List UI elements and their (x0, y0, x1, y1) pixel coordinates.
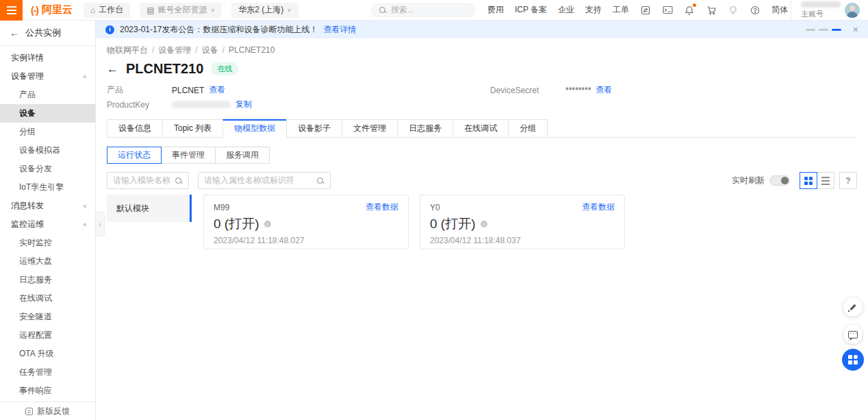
sidebar-item[interactable]: 设备 (0, 104, 95, 123)
help-icon[interactable] (750, 5, 761, 16)
pager-dash[interactable] (806, 29, 815, 31)
sidebar-item[interactable]: 实时监控 (0, 234, 95, 252)
app-switch-icon[interactable] (640, 5, 651, 16)
sidebar-item[interactable]: 设备模拟器 (0, 141, 95, 160)
grid-view-button[interactable] (800, 172, 817, 189)
bell-icon[interactable] (684, 5, 695, 16)
subtabs: 运行状态事件管理服务调用 (107, 147, 857, 164)
tab[interactable]: 分组 (508, 119, 548, 138)
tab[interactable]: 文件管理 (342, 119, 398, 138)
avatar[interactable] (845, 3, 860, 18)
module-search-placeholder: 请输入模块名称 (113, 175, 170, 186)
search-placeholder: 搜索... (391, 4, 414, 16)
pager-dash[interactable] (832, 29, 841, 31)
locale-switch[interactable]: 简体 (771, 4, 788, 16)
sidebar-item[interactable]: 分组 (0, 123, 95, 141)
aliyun-logo[interactable]: (-) 阿里云 (23, 3, 84, 16)
devicesecret-view-link[interactable]: 查看 (596, 84, 612, 96)
sidebar-item[interactable]: 安全隧道 (0, 308, 95, 326)
region-label: 华东2 (上海) (238, 4, 283, 16)
topbar-link[interactable]: 支持 (585, 4, 602, 16)
subtab[interactable]: 服务调用 (215, 147, 270, 164)
breadcrumb-item[interactable]: PLCNET210 (229, 45, 275, 55)
list-view-button[interactable] (817, 172, 834, 189)
workbench-button[interactable]: ⌂ 工作台 (84, 3, 130, 18)
global-search-input[interactable]: 搜索... (371, 3, 475, 17)
banner-pager: × (806, 25, 858, 34)
tab[interactable]: 设备影子 (286, 119, 342, 138)
topbar-link[interactable]: 工单 (613, 4, 629, 16)
module-search-input[interactable]: 请输入模块名称 (107, 172, 189, 189)
tab[interactable]: 在线调试 (452, 119, 509, 138)
sidebar-item[interactable]: 实例详情 (0, 49, 95, 67)
data-row: 默认模块 M99查看数据0 (打开)i2023/04/12 11:18:48.0… (107, 195, 857, 249)
tab[interactable]: 设备信息 (107, 119, 163, 138)
chevron-down-icon: ∨ (82, 203, 87, 209)
account-scope-dropdown[interactable]: ▤ 账号全部资源 ∨ (140, 3, 222, 18)
sidebar-item[interactable]: IoT孪生引擎 (0, 178, 95, 197)
productkey-copy-link[interactable]: 复制 (235, 99, 252, 110)
tab[interactable]: Topic 列表 (162, 119, 223, 138)
sidebar-item[interactable]: 远程配置 (0, 326, 95, 345)
back-arrow-icon[interactable]: ← (107, 62, 118, 76)
announcement-link[interactable]: 查看详情 (323, 24, 356, 36)
hamburger-menu-icon[interactable] (0, 0, 23, 21)
help-button[interactable]: ? (839, 172, 857, 189)
sidebar-item[interactable]: 设备管理∧ (0, 67, 95, 86)
sidebar-item[interactable]: 监控运维∧ (0, 215, 95, 234)
sidebar-item-label: 设备管理 (11, 71, 82, 82)
attribute-search-input[interactable]: 请输入属性名称或标识符 (198, 172, 331, 189)
sidebar-item[interactable]: 在线调试 (0, 289, 95, 308)
page-title: PLCNET210 (126, 61, 203, 77)
chevron-up-icon: ∧ (82, 222, 87, 227)
subtab[interactable]: 运行状态 (107, 147, 162, 164)
chevron-down-icon: ∨ (211, 8, 216, 13)
support-chat-button[interactable] (843, 325, 863, 344)
sidebar-collapse-handle[interactable]: ‹ (96, 212, 105, 236)
filter-row: 请输入模块名称 请输入属性名称或标识符 实时刷新 ? (107, 172, 857, 189)
announcement-banner: i 2023-01-17发布公告：数据压缩和设备诊断功能上线！ 查看详情 × (96, 21, 868, 38)
breadcrumb-item[interactable]: 物联网平台 (107, 45, 148, 55)
realtime-refresh-toggle[interactable] (769, 175, 790, 186)
cart-icon[interactable] (706, 5, 717, 16)
topbar-link[interactable]: 企业 (558, 4, 574, 16)
search-icon (379, 6, 387, 14)
bulb-icon[interactable] (728, 5, 739, 16)
tab[interactable]: 物模型数据 (222, 119, 287, 138)
view-data-link[interactable]: 查看数据 (366, 201, 398, 213)
sidebar-item-label: 远程配置 (19, 330, 87, 341)
topbar-link[interactable]: 费用 (487, 4, 504, 16)
sidebar-back-button[interactable]: ← 公共实例 (0, 21, 95, 46)
realtime-refresh-label: 实时刷新 (732, 175, 765, 186)
sidebar-item[interactable]: 产品 (0, 86, 95, 104)
sidebar-item[interactable]: OTA 升级 (0, 345, 95, 363)
feedback-button[interactable]: 新版反馈 (0, 402, 95, 420)
sidebar-item[interactable]: 消息转发∨ (0, 197, 95, 215)
breadcrumb-item[interactable]: 设备 (202, 45, 218, 55)
pager-dash[interactable] (819, 29, 828, 31)
sidebar-item[interactable]: 任务管理 (0, 363, 95, 382)
property-value: 0 (打开) (214, 215, 259, 233)
content: 物联网平台/设备管理/设备/PLCNET210 ← PLCNET210 在线 产… (96, 38, 868, 249)
terminal-icon[interactable] (662, 5, 673, 16)
product-view-link[interactable]: 查看 (209, 84, 225, 96)
sidebar-item[interactable]: 设备分发 (0, 160, 95, 178)
view-data-link[interactable]: 查看数据 (582, 201, 615, 213)
account-name-redacted (801, 1, 841, 8)
account-menu[interactable]: 主账号 (791, 0, 868, 21)
region-dropdown[interactable]: 华东2 (上海) ∨ (231, 3, 298, 18)
module-item[interactable]: 默认模块 (107, 195, 192, 222)
property-cards: M99查看数据0 (打开)i2023/04/12 11:18:48.027Y0查… (203, 195, 625, 249)
sidebar-item[interactable]: 日志服务 (0, 271, 95, 289)
app-center-button[interactable] (842, 349, 864, 371)
feedback-pencil-button[interactable] (843, 297, 863, 317)
sidebar-item[interactable]: 事件响应 (0, 382, 95, 400)
close-icon[interactable]: × (853, 25, 858, 34)
sidebar-item[interactable]: 运维大盘 (0, 252, 95, 271)
topbar-link[interactable]: ICP 备案 (515, 4, 547, 16)
breadcrumb-item[interactable]: 设备管理 (158, 45, 191, 55)
tab[interactable]: 日志服务 (397, 119, 453, 138)
pencil-icon (848, 302, 858, 312)
subtab[interactable]: 事件管理 (161, 147, 216, 164)
sidebar-item-label: 分组 (19, 126, 87, 138)
